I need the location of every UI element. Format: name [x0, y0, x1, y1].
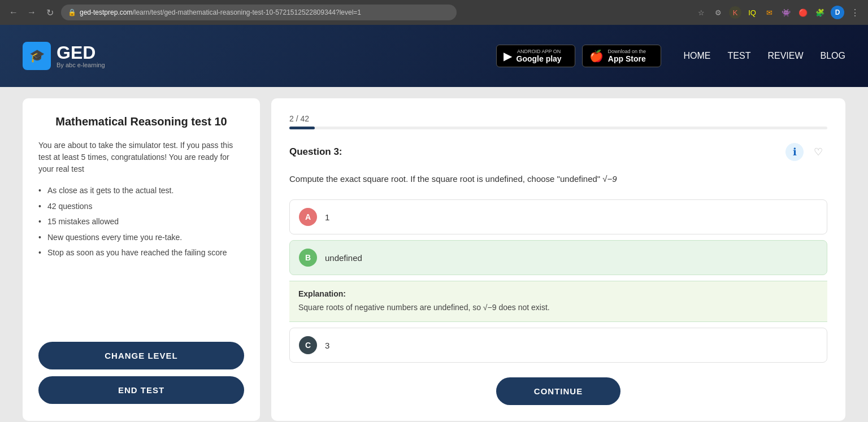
option-text-a: 1 — [325, 212, 329, 222]
list-item: Stop as soon as you have reached the fai… — [38, 247, 244, 259]
continue-area: CONTINUE — [289, 368, 827, 405]
forward-button[interactable]: → — [25, 6, 38, 19]
user-avatar[interactable]: D — [831, 6, 844, 19]
list-item: 42 questions — [38, 201, 244, 212]
panel-buttons: CHANGE LEVEL END TEST — [38, 342, 244, 404]
menu-icon[interactable]: ⋮ — [849, 6, 861, 19]
list-item: As close as it gets to the actual test. — [38, 185, 244, 197]
extensions-icon[interactable]: ⚙ — [712, 6, 724, 19]
main-nav: HOME TEST REVIEW BLOG — [684, 51, 845, 61]
end-test-button[interactable]: END TEST — [38, 376, 244, 404]
left-panel: Mathematical Reasoning test 10 You are a… — [23, 98, 260, 421]
question-actions: ℹ ♡ — [785, 143, 827, 161]
right-panel: 2 / 42 Question 3: ℹ ♡ Compute the exact… — [271, 98, 845, 421]
option-text-b: undefined — [325, 253, 362, 263]
ext3-icon[interactable]: ✉ — [763, 6, 775, 19]
list-item: New questions every time you re-take. — [38, 232, 244, 243]
ext1-icon[interactable]: K — [729, 6, 741, 19]
math-expression: √−9 — [602, 174, 617, 184]
app-store-button[interactable]: 🍎 Download on the App Store — [582, 45, 661, 67]
explanation-text: Square roots of negative numbers are und… — [298, 302, 818, 314]
test-description: You are about to take the simulator test… — [38, 140, 244, 175]
reload-button[interactable]: ↻ — [43, 6, 57, 19]
nav-test[interactable]: TEST — [728, 51, 751, 61]
test-title: Mathematical Reasoning test 10 — [38, 115, 244, 128]
site-header: 🎓 GED By abc e-learning ▶ ANDROID APP ON… — [0, 25, 868, 87]
browser-bar: ← → ↻ 🔒 ged-testprep.com/learn/test/ged-… — [0, 0, 868, 25]
answer-option-a[interactable]: A 1 — [289, 199, 827, 234]
favorite-button[interactable]: ♡ — [809, 143, 827, 161]
url-text: ged-testprep.com/learn/test/ged-mathemat… — [80, 8, 361, 16]
nav-home[interactable]: HOME — [684, 51, 711, 61]
list-item: 15 mistakes allowed — [38, 216, 244, 228]
question-header: Question 3: ℹ ♡ — [289, 143, 827, 161]
question-text: Compute the exact square root. If the sq… — [289, 172, 827, 186]
url-bar[interactable]: 🔒 ged-testprep.com/learn/test/ged-mathem… — [61, 5, 457, 20]
logo-icon: 🎓 — [23, 42, 51, 70]
option-badge-b: B — [299, 249, 317, 267]
explanation-box: Explanation: Square roots of negative nu… — [289, 281, 827, 322]
answer-option-b[interactable]: B undefined — [289, 240, 827, 275]
google-play-icon: ▶ — [504, 49, 512, 63]
answer-option-c[interactable]: C 3 — [289, 328, 827, 363]
logo-text: GED By abc e-learning — [57, 43, 105, 68]
option-badge-a: A — [299, 208, 317, 226]
nav-review[interactable]: REVIEW — [767, 51, 803, 61]
progress-area: 2 / 42 — [289, 114, 827, 129]
ext2-icon[interactable]: IQ — [746, 6, 758, 19]
ext4-icon[interactable]: 👾 — [780, 6, 792, 19]
main-content: Mathematical Reasoning test 10 You are a… — [0, 87, 868, 422]
change-level-button[interactable]: CHANGE LEVEL — [38, 342, 244, 369]
progress-label: 2 / 42 — [289, 114, 827, 123]
back-button[interactable]: ← — [7, 6, 20, 19]
browser-extension-icons: ☆ ⚙ K IQ ✉ 👾 🔴 🧩 D ⋮ — [695, 6, 861, 19]
google-play-button[interactable]: ▶ ANDROID APP ON Google play — [496, 45, 575, 67]
nav-blog[interactable]: BLOG — [821, 51, 845, 61]
option-badge-c: C — [299, 336, 317, 354]
ext5-icon[interactable]: 🔴 — [797, 6, 809, 19]
progress-bar-background — [289, 127, 827, 129]
ext6-icon[interactable]: 🧩 — [814, 6, 826, 19]
app-store-buttons: ▶ ANDROID APP ON Google play 🍎 Download … — [496, 45, 661, 67]
progress-bar-fill — [289, 127, 315, 129]
info-button[interactable]: ℹ — [785, 143, 804, 161]
apple-icon: 🍎 — [589, 49, 604, 63]
continue-button[interactable]: CONTINUE — [496, 377, 620, 405]
explanation-title: Explanation: — [298, 289, 818, 298]
question-label: Question 3: — [289, 146, 342, 158]
option-text-c: 3 — [325, 341, 329, 350]
star-icon[interactable]: ☆ — [695, 6, 708, 19]
test-features-list: As close as it gets to the actual test. … — [38, 185, 244, 263]
logo-area: 🎓 GED By abc e-learning — [23, 42, 105, 70]
